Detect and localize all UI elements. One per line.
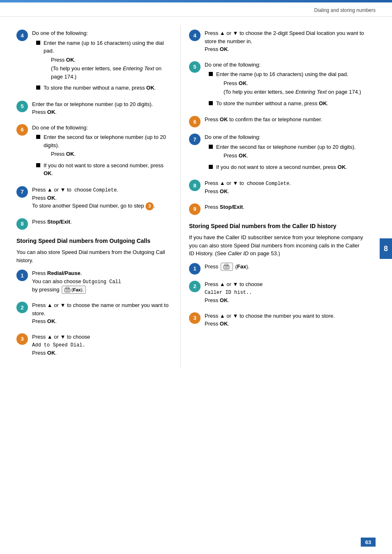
- left-column: 4 Do one of the following: Enter the nam…: [0, 25, 181, 369]
- right-step-7-bullets: Enter the second fax or telephone number…: [209, 143, 366, 171]
- bullet-text: If you do not want to store a second num…: [216, 163, 366, 171]
- step-4-text: Do one of the following:: [32, 29, 172, 37]
- right-step-8-text: Press ▲ or ▼ to choose Complete.Press OK…: [205, 179, 366, 196]
- bullet-square: [209, 145, 213, 149]
- step-4-bullets: Enter the name (up to 16 characters) usi…: [36, 39, 172, 92]
- step-4-content: Do one of the following: Enter the name …: [32, 29, 172, 95]
- right-step-5-text: Do one of the following:: [205, 61, 366, 69]
- left-step-8: 8 Press Stop/Exit.: [16, 218, 172, 230]
- caller-id-step-circle-3: 3: [189, 312, 201, 324]
- left-step-7: 7 Press ▲ or ▼ to choose Complete.Press …: [16, 186, 172, 212]
- caller-id-step-2: 2 Press ▲ or ▼ to chooseCaller ID hist..…: [189, 280, 366, 306]
- bullet-item: Enter the second fax or telephone number…: [209, 143, 366, 161]
- bullet-text: Enter the second fax or telephone number…: [216, 143, 366, 161]
- bullet-item: To store the number without a name, pres…: [36, 84, 172, 92]
- page-container: Dialing and storing numbers 8 4 Do one o…: [0, 0, 392, 554]
- caller-id-section-heading: Storing Speed Dial numbers from the Call…: [189, 222, 366, 231]
- fax-icon: (Fax).: [62, 286, 86, 294]
- bullet-text: To store the number without a name, pres…: [44, 84, 172, 92]
- step-6-text: Do one of the following:: [32, 124, 172, 132]
- fax-svg: [64, 286, 71, 293]
- bullet-item: To store the number without a name, pres…: [209, 99, 366, 108]
- bullet-square: [36, 85, 40, 90]
- right-step-7-content: Do one of the following: Enter the secon…: [205, 133, 366, 173]
- svg-rect-2: [66, 290, 69, 291]
- bullet-text: Enter the name (up to 16 characters) usi…: [216, 70, 366, 97]
- caller-id-step-1-text: Press (Fax).: [205, 263, 366, 271]
- svg-rect-1: [66, 287, 69, 289]
- bullet-square: [209, 165, 213, 169]
- page-header: Dialing and storing numbers: [0, 2, 392, 17]
- bullet-text: If you do not want to store a second num…: [44, 162, 172, 178]
- sub-note: (To help you enter letters, see Entering…: [224, 88, 366, 96]
- outgoing-step-circle-1: 1: [16, 270, 28, 281]
- right-step-9-text: Press Stop/Exit.: [205, 203, 366, 211]
- sub-note: (To help you enter letters, see Entering…: [51, 65, 172, 81]
- bullet-item: Enter the name (up to 16 characters) usi…: [209, 70, 366, 97]
- caller-id-step-3-content: Press ▲ or ▼ to choose the number you wa…: [205, 312, 366, 330]
- svg-point-3: [68, 289, 69, 290]
- bullet-text: To store the number without a name, pres…: [216, 99, 366, 108]
- step-ref-3: 3: [145, 202, 154, 210]
- svg-rect-5: [225, 264, 228, 266]
- caller-id-step-1-content: Press (Fax).: [205, 263, 366, 273]
- bullet-item: Enter the name (up to 16 characters) usi…: [36, 39, 172, 82]
- caller-id-step-1: 1 Press (Fax).: [189, 263, 366, 275]
- step-8-text: Press Stop/Exit.: [32, 218, 172, 226]
- outgoing-step-3-text: Press ▲ or ▼ to chooseAdd to Speed Dial.…: [32, 333, 172, 357]
- right-step-circle-6: 6: [189, 116, 201, 127]
- bullet-square: [36, 41, 40, 45]
- sub-press-ok: Press OK.: [51, 150, 172, 158]
- right-step-5-bullets: Enter the name (up to 16 characters) usi…: [209, 70, 366, 107]
- right-step-circle-7: 7: [189, 134, 201, 145]
- bullet-square: [36, 163, 40, 167]
- bullet-item: Enter the second fax or telephone number…: [36, 133, 172, 159]
- sub-press-ok: Press OK.: [224, 152, 366, 160]
- right-step-circle-5: 5: [189, 61, 201, 73]
- step-circle-6: 6: [16, 124, 28, 136]
- bullet-item: If you do not want to store a second num…: [209, 163, 366, 171]
- right-step-4-text: Press ▲ or ▼ to choose the 2-digit Speed…: [205, 29, 366, 53]
- bullet-square: [209, 72, 213, 76]
- caller-id-step-2-text: Press ▲ or ▼ to chooseCaller ID hist..Pr…: [205, 280, 366, 305]
- outgoing-step-3: 3 Press ▲ or ▼ to chooseAdd to Speed Dia…: [16, 333, 172, 359]
- right-step-6-content: Press OK to confirm the fax or telephone…: [205, 115, 366, 125]
- outgoing-step-2: 2 Press ▲ or ▼ to choose the name or num…: [16, 301, 172, 327]
- right-step-6: 6 Press OK to confirm the fax or telepho…: [189, 115, 366, 127]
- right-column: 4 Press ▲ or ▼ to choose the 2-digit Spe…: [181, 25, 378, 369]
- caller-id-step-3: 3 Press ▲ or ▼ to choose the number you …: [189, 312, 366, 330]
- step-circle-8: 8: [16, 218, 28, 230]
- outgoing-step-circle-3: 3: [16, 333, 28, 345]
- right-step-circle-8: 8: [189, 180, 201, 191]
- outgoing-step-2-content: Press ▲ or ▼ to choose the name or numbe…: [32, 301, 172, 327]
- page-number: 63: [361, 538, 376, 547]
- step-6-bullets: Enter the second fax or telephone number…: [36, 133, 172, 178]
- caller-id-section-intro: If you have the Caller ID subscriber ser…: [189, 233, 366, 258]
- outgoing-step-3-content: Press ▲ or ▼ to chooseAdd to Speed Dial.…: [32, 333, 172, 359]
- caller-id-step-circle-1: 1: [189, 263, 201, 275]
- outgoing-step-1: 1 Press Redial/Pause. You can also choos…: [16, 269, 172, 295]
- step-8-content: Press Stop/Exit.: [32, 218, 172, 228]
- step-circle-7: 7: [16, 186, 28, 198]
- step-circle-4: 4: [16, 30, 28, 41]
- outgoing-section-heading: Storing Speed Dial numbers from Outgoing…: [16, 237, 172, 245]
- step-6-content: Do one of the following: Enter the secon…: [32, 124, 172, 180]
- right-step-9: 9 Press Stop/Exit.: [189, 203, 366, 215]
- bullet-item: If you do not want to store a second num…: [36, 162, 172, 178]
- right-step-circle-4: 4: [189, 30, 201, 41]
- right-step-8-content: Press ▲ or ▼ to choose Complete.Press OK…: [205, 179, 366, 197]
- bullet-text: Enter the name (up to 16 characters) usi…: [44, 39, 172, 82]
- right-step-circle-9: 9: [189, 203, 201, 215]
- right-step-4: 4 Press ▲ or ▼ to choose the 2-digit Spe…: [189, 29, 366, 55]
- outgoing-step-1-content: Press Redial/Pause. You can also choose …: [32, 269, 172, 295]
- caller-id-step-circle-2: 2: [189, 281, 201, 292]
- content-area: 4 Do one of the following: Enter the nam…: [0, 17, 392, 377]
- left-step-5: 5 Enter the fax or telephone number (up …: [16, 100, 172, 118]
- outgoing-step-circle-2: 2: [16, 302, 28, 313]
- step-7-text: Press ▲ or ▼ to choose Complete.Press OK…: [32, 186, 172, 210]
- right-step-4-content: Press ▲ or ▼ to choose the 2-digit Speed…: [205, 29, 366, 55]
- step-7-content: Press ▲ or ▼ to choose Complete.Press OK…: [32, 186, 172, 212]
- right-step-6-text: Press OK to confirm the fax or telephone…: [205, 115, 366, 124]
- right-step-8: 8 Press ▲ or ▼ to choose Complete.Press …: [189, 179, 366, 197]
- bullet-square: [36, 135, 40, 139]
